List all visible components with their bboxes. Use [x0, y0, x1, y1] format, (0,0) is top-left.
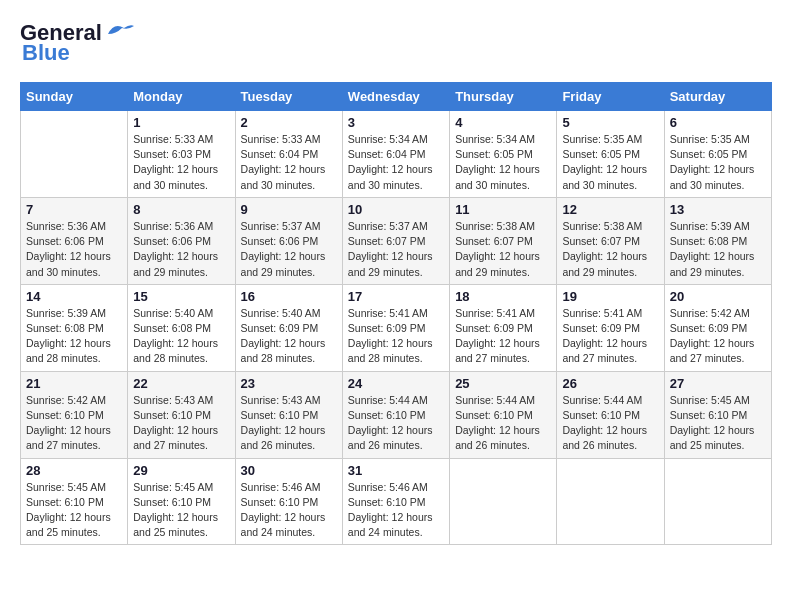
calendar-cell: 5Sunrise: 5:35 AM Sunset: 6:05 PM Daylig…: [557, 111, 664, 198]
day-number: 27: [670, 376, 766, 391]
day-number: 10: [348, 202, 444, 217]
day-number: 12: [562, 202, 658, 217]
day-info: Sunrise: 5:45 AM Sunset: 6:10 PM Dayligh…: [26, 480, 122, 541]
day-info: Sunrise: 5:40 AM Sunset: 6:08 PM Dayligh…: [133, 306, 229, 367]
calendar-cell: 8Sunrise: 5:36 AM Sunset: 6:06 PM Daylig…: [128, 197, 235, 284]
calendar-cell: 13Sunrise: 5:39 AM Sunset: 6:08 PM Dayli…: [664, 197, 771, 284]
day-info: Sunrise: 5:39 AM Sunset: 6:08 PM Dayligh…: [26, 306, 122, 367]
day-number: 22: [133, 376, 229, 391]
day-info: Sunrise: 5:42 AM Sunset: 6:09 PM Dayligh…: [670, 306, 766, 367]
day-info: Sunrise: 5:38 AM Sunset: 6:07 PM Dayligh…: [455, 219, 551, 280]
logo-bird-icon: [104, 20, 136, 40]
day-number: 25: [455, 376, 551, 391]
day-number: 11: [455, 202, 551, 217]
calendar-cell: 11Sunrise: 5:38 AM Sunset: 6:07 PM Dayli…: [450, 197, 557, 284]
weekday-header-monday: Monday: [128, 83, 235, 111]
day-number: 16: [241, 289, 337, 304]
day-info: Sunrise: 5:34 AM Sunset: 6:04 PM Dayligh…: [348, 132, 444, 193]
day-number: 6: [670, 115, 766, 130]
day-number: 1: [133, 115, 229, 130]
calendar-cell: 4Sunrise: 5:34 AM Sunset: 6:05 PM Daylig…: [450, 111, 557, 198]
calendar-cell: 2Sunrise: 5:33 AM Sunset: 6:04 PM Daylig…: [235, 111, 342, 198]
day-info: Sunrise: 5:33 AM Sunset: 6:04 PM Dayligh…: [241, 132, 337, 193]
day-info: Sunrise: 5:42 AM Sunset: 6:10 PM Dayligh…: [26, 393, 122, 454]
calendar-cell: 23Sunrise: 5:43 AM Sunset: 6:10 PM Dayli…: [235, 371, 342, 458]
calendar-cell: 28Sunrise: 5:45 AM Sunset: 6:10 PM Dayli…: [21, 458, 128, 545]
logo-blue: Blue: [22, 40, 70, 66]
calendar-cell: 27Sunrise: 5:45 AM Sunset: 6:10 PM Dayli…: [664, 371, 771, 458]
day-info: Sunrise: 5:44 AM Sunset: 6:10 PM Dayligh…: [348, 393, 444, 454]
day-number: 31: [348, 463, 444, 478]
day-number: 14: [26, 289, 122, 304]
calendar-cell: 10Sunrise: 5:37 AM Sunset: 6:07 PM Dayli…: [342, 197, 449, 284]
day-number: 18: [455, 289, 551, 304]
day-number: 15: [133, 289, 229, 304]
calendar-cell: 18Sunrise: 5:41 AM Sunset: 6:09 PM Dayli…: [450, 284, 557, 371]
weekday-header-thursday: Thursday: [450, 83, 557, 111]
day-info: Sunrise: 5:36 AM Sunset: 6:06 PM Dayligh…: [133, 219, 229, 280]
calendar-cell: 3Sunrise: 5:34 AM Sunset: 6:04 PM Daylig…: [342, 111, 449, 198]
day-number: 2: [241, 115, 337, 130]
day-number: 9: [241, 202, 337, 217]
day-info: Sunrise: 5:33 AM Sunset: 6:03 PM Dayligh…: [133, 132, 229, 193]
day-number: 3: [348, 115, 444, 130]
calendar-cell: [450, 458, 557, 545]
calendar-cell: 20Sunrise: 5:42 AM Sunset: 6:09 PM Dayli…: [664, 284, 771, 371]
calendar-table: SundayMondayTuesdayWednesdayThursdayFrid…: [20, 82, 772, 545]
week-row-2: 7Sunrise: 5:36 AM Sunset: 6:06 PM Daylig…: [21, 197, 772, 284]
day-info: Sunrise: 5:36 AM Sunset: 6:06 PM Dayligh…: [26, 219, 122, 280]
day-number: 21: [26, 376, 122, 391]
calendar-cell: 22Sunrise: 5:43 AM Sunset: 6:10 PM Dayli…: [128, 371, 235, 458]
calendar-cell: 30Sunrise: 5:46 AM Sunset: 6:10 PM Dayli…: [235, 458, 342, 545]
day-number: 19: [562, 289, 658, 304]
day-number: 26: [562, 376, 658, 391]
day-number: 23: [241, 376, 337, 391]
calendar-cell: 26Sunrise: 5:44 AM Sunset: 6:10 PM Dayli…: [557, 371, 664, 458]
calendar-cell: 14Sunrise: 5:39 AM Sunset: 6:08 PM Dayli…: [21, 284, 128, 371]
week-row-1: 1Sunrise: 5:33 AM Sunset: 6:03 PM Daylig…: [21, 111, 772, 198]
logo: General Blue: [20, 20, 136, 66]
day-info: Sunrise: 5:38 AM Sunset: 6:07 PM Dayligh…: [562, 219, 658, 280]
weekday-header-wednesday: Wednesday: [342, 83, 449, 111]
day-number: 13: [670, 202, 766, 217]
day-info: Sunrise: 5:44 AM Sunset: 6:10 PM Dayligh…: [562, 393, 658, 454]
day-number: 17: [348, 289, 444, 304]
calendar-cell: 12Sunrise: 5:38 AM Sunset: 6:07 PM Dayli…: [557, 197, 664, 284]
weekday-header-tuesday: Tuesday: [235, 83, 342, 111]
calendar-cell: 7Sunrise: 5:36 AM Sunset: 6:06 PM Daylig…: [21, 197, 128, 284]
day-number: 20: [670, 289, 766, 304]
calendar-cell: 6Sunrise: 5:35 AM Sunset: 6:05 PM Daylig…: [664, 111, 771, 198]
day-info: Sunrise: 5:43 AM Sunset: 6:10 PM Dayligh…: [133, 393, 229, 454]
day-number: 5: [562, 115, 658, 130]
day-info: Sunrise: 5:35 AM Sunset: 6:05 PM Dayligh…: [562, 132, 658, 193]
page-header: General Blue: [20, 20, 772, 66]
day-info: Sunrise: 5:41 AM Sunset: 6:09 PM Dayligh…: [348, 306, 444, 367]
calendar-cell: 9Sunrise: 5:37 AM Sunset: 6:06 PM Daylig…: [235, 197, 342, 284]
day-info: Sunrise: 5:46 AM Sunset: 6:10 PM Dayligh…: [348, 480, 444, 541]
calendar-cell: 25Sunrise: 5:44 AM Sunset: 6:10 PM Dayli…: [450, 371, 557, 458]
day-number: 8: [133, 202, 229, 217]
day-info: Sunrise: 5:39 AM Sunset: 6:08 PM Dayligh…: [670, 219, 766, 280]
day-info: Sunrise: 5:41 AM Sunset: 6:09 PM Dayligh…: [562, 306, 658, 367]
day-info: Sunrise: 5:37 AM Sunset: 6:06 PM Dayligh…: [241, 219, 337, 280]
calendar-cell: 15Sunrise: 5:40 AM Sunset: 6:08 PM Dayli…: [128, 284, 235, 371]
day-number: 29: [133, 463, 229, 478]
calendar-cell: 31Sunrise: 5:46 AM Sunset: 6:10 PM Dayli…: [342, 458, 449, 545]
calendar-cell: 29Sunrise: 5:45 AM Sunset: 6:10 PM Dayli…: [128, 458, 235, 545]
day-number: 28: [26, 463, 122, 478]
day-info: Sunrise: 5:46 AM Sunset: 6:10 PM Dayligh…: [241, 480, 337, 541]
day-number: 7: [26, 202, 122, 217]
day-info: Sunrise: 5:41 AM Sunset: 6:09 PM Dayligh…: [455, 306, 551, 367]
day-info: Sunrise: 5:34 AM Sunset: 6:05 PM Dayligh…: [455, 132, 551, 193]
weekday-header-sunday: Sunday: [21, 83, 128, 111]
day-info: Sunrise: 5:40 AM Sunset: 6:09 PM Dayligh…: [241, 306, 337, 367]
day-number: 24: [348, 376, 444, 391]
day-number: 30: [241, 463, 337, 478]
day-info: Sunrise: 5:45 AM Sunset: 6:10 PM Dayligh…: [133, 480, 229, 541]
calendar-cell: [557, 458, 664, 545]
calendar-cell: 21Sunrise: 5:42 AM Sunset: 6:10 PM Dayli…: [21, 371, 128, 458]
week-row-3: 14Sunrise: 5:39 AM Sunset: 6:08 PM Dayli…: [21, 284, 772, 371]
weekday-header-friday: Friday: [557, 83, 664, 111]
calendar-cell: [21, 111, 128, 198]
day-info: Sunrise: 5:45 AM Sunset: 6:10 PM Dayligh…: [670, 393, 766, 454]
